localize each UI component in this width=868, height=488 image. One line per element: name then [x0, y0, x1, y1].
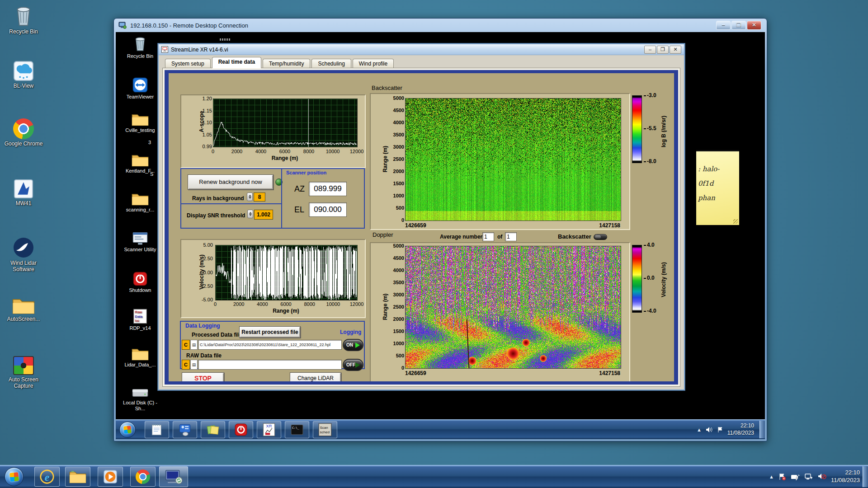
- volume-muted-icon[interactable]: [818, 473, 826, 480]
- raw-browse-icon[interactable]: ▤: [190, 360, 198, 370]
- rdp-close-button[interactable]: ✕: [747, 21, 761, 30]
- rdp-icon-local-disk-c[interactable]: Local Disk (C) - Sh...: [120, 387, 160, 412]
- renew-background-button[interactable]: Renew background now: [188, 174, 274, 190]
- raw-path-field[interactable]: [198, 360, 342, 370]
- backscatter-plot-canvas: [405, 98, 621, 221]
- volume-icon[interactable]: [706, 427, 713, 433]
- tab-temp-humidity[interactable]: Temp/humidity: [263, 59, 310, 68]
- tab-scheduling[interactable]: Scheduling: [311, 59, 351, 68]
- axis-tick: 5000: [393, 243, 404, 249]
- network-icon[interactable]: [804, 473, 813, 480]
- note-text-line: phan: [698, 194, 715, 202]
- processed-logging-on-button[interactable]: ON: [343, 339, 363, 351]
- rdp-icon-shutdown[interactable]: Shutdown: [120, 272, 160, 293]
- rdp-icon-cville-testing[interactable]: Cville_testing: [120, 113, 160, 133]
- rdp-start-button[interactable]: [119, 422, 136, 438]
- taskbar-chrome[interactable]: [130, 467, 156, 487]
- tab-system-setup[interactable]: System setup: [165, 59, 211, 68]
- rdp-taskbar-shutdown[interactable]: [229, 421, 253, 438]
- desktop-icon-label: Wind Lidar Software: [10, 260, 36, 272]
- desktop-icon-autoscreen-folder[interactable]: AutoScreen...: [1, 296, 46, 323]
- divider: [281, 169, 282, 228]
- rdp-clock[interactable]: 22:10 11/08/2023: [727, 422, 754, 436]
- axis-tick: -3.0: [644, 92, 656, 99]
- taskbar-windows-explorer[interactable]: [65, 467, 90, 487]
- chrome-icon: [136, 469, 150, 484]
- average-of-field[interactable]: 1: [505, 232, 517, 241]
- app-titlebar[interactable]: StreamLine XR v14-6.vi – ❐ ✕: [159, 44, 684, 55]
- note-resize-grip[interactable]: [733, 219, 738, 224]
- desktop-icon-auto-screen-capture[interactable]: Auto Screen Capture: [1, 356, 46, 389]
- taskbar-internet-explorer[interactable]: e: [34, 467, 60, 487]
- rdp-taskbar-cmd[interactable]: C:\_: [285, 421, 309, 438]
- rays-value-field[interactable]: 8: [254, 192, 265, 202]
- el-value-field[interactable]: 090.000: [309, 202, 347, 217]
- average-number-field[interactable]: 1: [482, 232, 494, 241]
- front-panel: A-scope 1.201.151.101.050.99 02000400060…: [169, 73, 674, 381]
- rdp-show-desktop-button[interactable]: [760, 421, 765, 438]
- desktop-icon-label: Recycle Bin: [127, 53, 153, 59]
- tab-wind-profile[interactable]: Wind profile: [353, 59, 394, 68]
- rdp-icon-lidar-data[interactable]: Lidar_Data_...: [120, 347, 160, 368]
- az-value-field[interactable]: 089.999: [309, 182, 347, 196]
- desktop-icon-recycle-bin[interactable]: Recycle Bin: [1, 4, 46, 35]
- desktop-icon-bl-view[interactable]: BL-View: [1, 61, 46, 89]
- show-desktop-button[interactable]: [863, 466, 868, 487]
- rdp-icon-recycle-bin[interactable]: Recycle Bin: [120, 35, 160, 59]
- start-button[interactable]: [5, 467, 24, 486]
- app-close-button[interactable]: ✕: [670, 46, 681, 54]
- action-center-flag-icon[interactable]: [778, 473, 786, 481]
- rdp-taskbar-settings[interactable]: [173, 421, 197, 438]
- app-window-title: StreamLine XR v14-6.vi: [171, 47, 228, 53]
- rdp-titlebar[interactable]: 192.168.0.150 - Remote Desktop Connectio…: [114, 19, 767, 32]
- velocity-x-ticks: 020004000600080001000012000: [215, 301, 357, 307]
- rdp-taskbar-notepad[interactable]: [145, 421, 169, 438]
- raw-drive-selector[interactable]: C: [182, 360, 190, 370]
- restart-processed-file-button[interactable]: Restart processed file: [239, 326, 301, 338]
- svg-text:C:\_: C:\_: [292, 426, 299, 430]
- snr-value-field[interactable]: 1.002: [254, 210, 273, 220]
- change-lidar-settings-button[interactable]: Change LiDAR Settings: [290, 372, 341, 381]
- backscatter-x-start: 1426659: [405, 222, 426, 229]
- taskbar-media-player[interactable]: [98, 467, 123, 487]
- remote-desktop-window: 192.168.0.150 - Remote Desktop Connectio…: [113, 18, 767, 441]
- tab-real-time-data[interactable]: Real time data: [212, 57, 261, 68]
- change-label-line1: Change LiDAR: [290, 375, 341, 381]
- rdp-icon-kentland[interactable]: Kentland_F...: [120, 153, 160, 174]
- desktop-icon-wind-lidar-software[interactable]: Wind Lidar Software: [1, 237, 46, 273]
- sticky-note[interactable]: : halo- 0f1d phan: [696, 150, 739, 225]
- desktop-icon-google-chrome[interactable]: Google Chrome: [1, 118, 46, 147]
- tray-expand-icon[interactable]: ▲: [769, 474, 774, 479]
- app-maximize-button[interactable]: ❐: [657, 46, 669, 54]
- processed-browse-icon[interactable]: ▤: [190, 340, 198, 350]
- tray-expand-icon[interactable]: ▲: [697, 427, 702, 432]
- snr-spinner[interactable]: [247, 210, 253, 218]
- axis-tick: 10000: [326, 301, 340, 307]
- taskbar-remote-desktop-active[interactable]: [159, 466, 188, 487]
- rays-spinner[interactable]: [247, 192, 253, 201]
- rdp-taskbar-scan-sched[interactable]: Scansched: [313, 421, 337, 438]
- rdp-maximize-button[interactable]: ❐: [731, 21, 746, 30]
- svg-text:XR: XR: [266, 424, 272, 428]
- rdp-taskbar-streamline-vi[interactable]: XR: [257, 421, 281, 438]
- desktop-icon-label: scanning_r...: [126, 207, 154, 212]
- app-minimize-button[interactable]: –: [644, 46, 656, 54]
- battery-icon[interactable]: [791, 473, 800, 480]
- rdp-minimize-button[interactable]: –: [716, 21, 731, 30]
- raw-logging-off-button[interactable]: OFF: [343, 359, 363, 371]
- rdp-icon-scanner-utility[interactable]: Scanner Utility: [120, 232, 160, 253]
- svg-text:loc: loc: [135, 319, 139, 323]
- processed-drive-selector[interactable]: C: [182, 340, 190, 350]
- clock[interactable]: 22:10 11/08/2023: [831, 469, 860, 484]
- axis-tick: -5.00: [202, 297, 213, 302]
- rdp-icon-rdp-v14[interactable]: RawDataloc RDP_v14: [120, 309, 160, 331]
- action-center-flag-icon[interactable]: [717, 427, 723, 433]
- processed-path-field[interactable]: C:\Lidar\Data\Proc\2023\202308\20230811\…: [198, 340, 342, 350]
- desktop-icon-mw41[interactable]: MW41: [1, 179, 46, 207]
- rdp-taskbar-sticky-notes[interactable]: [201, 421, 225, 438]
- backscatter-graph: Range (m) 500045004000350030002500200015…: [370, 93, 630, 230]
- rdp-icon-scanning[interactable]: scanning_r...: [120, 192, 160, 213]
- rdp-icon-teamviewer[interactable]: TeamViewer: [120, 77, 160, 100]
- stop-software-button[interactable]: STOP software: [182, 372, 224, 381]
- backscatter-toggle-switch[interactable]: [594, 234, 607, 240]
